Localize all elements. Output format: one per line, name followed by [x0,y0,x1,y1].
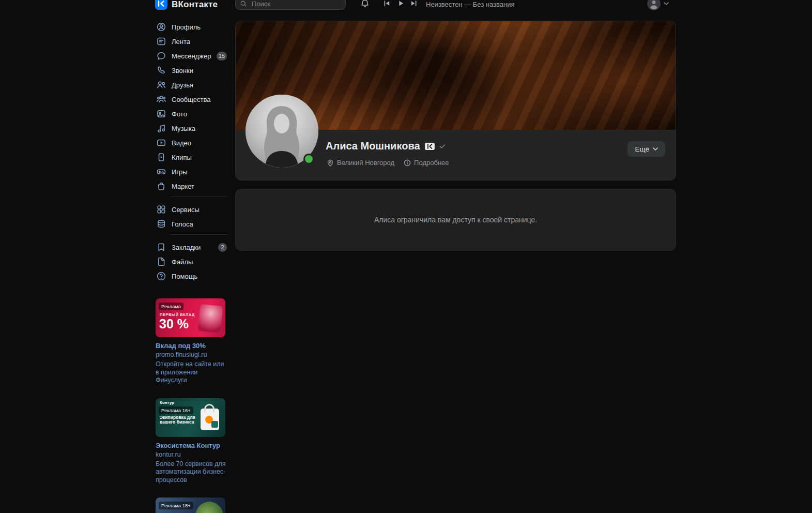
status-flag-icon [425,143,435,150]
sidebar-item-label: Помощь [172,273,197,280]
ad-image-text: 30 % [159,316,189,331]
sidebar-item-bookmarks[interactable]: Закладки 2 [152,240,230,254]
previous-track-icon[interactable] [383,0,391,7]
sidebar-item-services[interactable]: Сервисы [152,202,230,217]
sidebar-item-label: Игры [172,168,188,176]
sidebar: Профиль Лента Мессенджер 15 Звонки Друзь… [152,11,230,513]
sidebar-item-profile[interactable]: Профиль [152,20,230,34]
sidebar-item-help[interactable]: Помощь [152,269,230,283]
sidebar-item-communities[interactable]: Сообщества [152,92,230,107]
location: Великий Новгород [327,159,394,167]
chevron-down-icon [653,147,658,150]
restricted-message: Алиса ограничила вам доступ к своей стра… [374,216,537,224]
location-pin-icon [327,159,334,167]
video-icon [156,138,166,148]
ad-description: Более 70 сервисов для автоматизации бизн… [156,460,229,485]
sidebar-item-label: Сообщества [172,96,211,103]
ad-label: Реклама [159,303,183,310]
ad-brand-logo: Контур [160,400,174,405]
profile-card: Алиса Мошникова Великий Новгород [235,21,676,180]
ad-image[interactable]: Реклама 18+ iceGUARD ИНВЕСТИЦИЯ В БЕЗОПА… [156,497,225,513]
sidebar-item-label: Закладки [172,244,201,251]
sidebar-item-messenger[interactable]: Мессенджер 15 [152,49,230,63]
vk-app: ВКонтакте Неизвестен — Без названия [0,0,812,513]
sidebar-item-label: Профиль [172,23,201,31]
help-icon [156,271,166,281]
sidebar-item-label: Сервисы [172,206,200,214]
market-icon [156,181,166,191]
sidebar-item-label: Файлы [172,258,193,266]
online-indicator [303,154,314,164]
sidebar-item-voices[interactable]: Голоса [152,217,230,231]
ad-title-link[interactable]: Вклад под 30% [156,342,229,350]
games-icon [156,167,166,177]
sidebar-item-feed[interactable]: Лента [152,34,230,49]
search-input[interactable] [251,0,344,8]
search-box[interactable] [235,0,346,10]
sidebar-item-clips[interactable]: Клипы [152,150,230,164]
clips-icon [156,152,166,162]
sidebar-item-label: Лента [172,38,190,46]
more-button-label: Ещё [635,145,649,153]
ad-domain-link[interactable]: promo.finuslugi.ru [156,351,229,358]
communities-icon [156,94,166,104]
sidebar-item-photos[interactable]: Фото [152,107,230,121]
profile-meta-row: Великий Новгород Подробнее [327,159,449,167]
sidebar-item-files[interactable]: Файлы [152,254,230,269]
details-label: Подробнее [414,159,449,167]
voices-icon [156,219,166,229]
calls-icon [156,65,166,76]
brand-title[interactable]: ВКонтакте [172,0,218,10]
sidebar-item-label: Фото [172,110,187,118]
sidebar-item-video[interactable]: Видео [152,135,230,150]
restricted-access-card: Алиса ограничила вам доступ к своей стра… [235,189,676,251]
ad-domain-link[interactable]: kontur.ru [156,451,229,458]
details-link[interactable]: Подробнее [404,159,449,167]
messenger-icon [156,51,166,61]
sidebar-item-music[interactable]: Музыка [152,121,230,135]
ad-image[interactable]: Контур Реклама 16+ Экипировка для вашего… [156,398,225,437]
account-menu-chevron-down-icon[interactable] [664,2,669,5]
sidebar-item-games[interactable]: Игры [152,164,230,179]
sidebar-item-friends[interactable]: Друзья [152,78,230,92]
ad-image-text: Экипировка для вашего бизнеса [160,415,197,426]
sidebar-divider [171,197,228,197]
notifications-bell-icon[interactable] [360,0,370,9]
sidebar-item-label: Голоса [172,220,193,228]
bookmarks-count-badge: 2 [218,243,227,252]
sidebar-item-label: Видео [172,139,191,147]
files-icon [156,256,166,267]
location-text: Великий Новгород [337,159,394,167]
bookmarks-icon [156,242,166,252]
sidebar-item-market[interactable]: Маркет [152,179,230,193]
vk-logo[interactable] [155,0,167,10]
ad-image[interactable]: Реклама ПЕРВЫЙ ВКЛАД 30 % [156,298,225,337]
play-icon[interactable] [397,0,405,7]
sidebar-item-calls[interactable]: Звонки [152,63,230,78]
sidebar-item-label: Музыка [172,125,195,132]
ad-title-link[interactable]: Экосистема Контур [156,442,229,449]
info-icon [404,159,411,167]
sidebar-item-label: Мессенджер [172,52,211,60]
sidebar-item-label: Клипы [172,154,192,161]
ad-decoration [197,304,223,333]
ad-card: Реклама ПЕРВЫЙ ВКЛАД 30 % Вклад под 30% … [156,298,229,385]
now-playing-title[interactable]: Неизвестен — Без названия [426,1,515,8]
ad-label: Реклама 18+ [159,502,193,509]
next-track-icon[interactable] [410,0,418,7]
ad-decoration [211,421,218,428]
ad-decoration [195,502,223,513]
ad-description: Откройте на сайте или в приложении Финус… [156,360,229,385]
ad-label: Реклама 16+ [159,406,193,414]
top-bar: ВКонтакте Неизвестен — Без названия [0,0,812,13]
services-icon [156,204,166,215]
photos-icon [156,109,166,119]
more-button[interactable]: Ещё [627,141,665,157]
friends-icon [156,80,166,90]
profile-name: Алиса Мошникова [326,140,420,152]
sidebar-divider [171,234,228,235]
account-avatar[interactable] [647,0,661,10]
sidebar-item-label: Звонки [172,67,193,74]
ad-card: Реклама 18+ iceGUARD ИНВЕСТИЦИЯ В БЕЗОПА… [156,497,229,513]
feed-icon [156,36,166,47]
